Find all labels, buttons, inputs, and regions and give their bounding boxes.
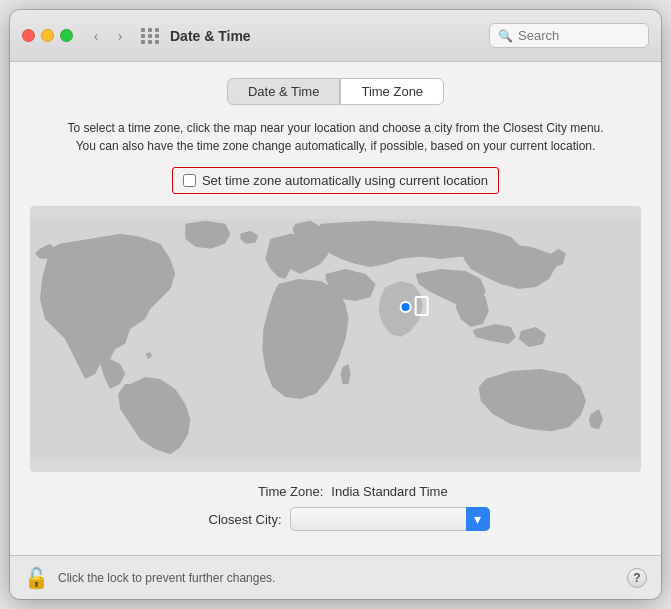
tab-date-time[interactable]: Date & Time <box>227 78 341 105</box>
auto-timezone-checkbox[interactable] <box>183 174 196 187</box>
closest-city-label: Closest City: <box>182 512 282 527</box>
auto-timezone-label: Set time zone automatically using curren… <box>202 173 488 188</box>
timezone-row: Time Zone: India Standard Time <box>223 484 447 499</box>
traffic-lights <box>22 29 73 42</box>
timezone-value: India Standard Time <box>331 484 447 499</box>
description-line2: You can also have the time zone change a… <box>76 139 596 153</box>
nav-buttons: ‹ › <box>85 25 131 47</box>
world-map[interactable] <box>30 206 641 472</box>
description-line1: To select a time zone, click the map nea… <box>67 121 603 135</box>
lock-icon[interactable]: 🔓 <box>24 566 48 590</box>
footer: 🔓 Click the lock to prevent further chan… <box>10 555 661 599</box>
content-area: Date & Time Time Zone To select a time z… <box>10 62 661 555</box>
minimize-button[interactable] <box>41 29 54 42</box>
forward-button[interactable]: › <box>109 25 131 47</box>
main-window: ‹ › Date & Time 🔍 Date & Time Time Zone <box>10 10 661 599</box>
svg-point-1 <box>401 302 411 312</box>
closest-city-row: Closest City: <box>182 507 490 531</box>
closest-city-select[interactable] <box>290 507 490 531</box>
close-button[interactable] <box>22 29 35 42</box>
auto-timezone-row: Set time zone automatically using curren… <box>30 167 641 194</box>
description-text: To select a time zone, click the map nea… <box>30 119 641 155</box>
timezone-label: Time Zone: <box>223 484 323 499</box>
search-input[interactable] <box>518 28 638 43</box>
closest-city-dropdown-wrapper <box>290 507 490 531</box>
tab-bar: Date & Time Time Zone <box>30 78 641 105</box>
search-icon: 🔍 <box>498 29 513 43</box>
titlebar: ‹ › Date & Time 🔍 <box>10 10 661 62</box>
bottom-info: Time Zone: India Standard Time Closest C… <box>30 484 641 531</box>
maximize-button[interactable] <box>60 29 73 42</box>
apps-grid-icon[interactable] <box>141 28 160 44</box>
back-button[interactable]: ‹ <box>85 25 107 47</box>
footer-lock-text: Click the lock to prevent further change… <box>58 571 617 585</box>
window-title: Date & Time <box>170 28 489 44</box>
world-map-svg <box>30 206 641 472</box>
checkbox-container: Set time zone automatically using curren… <box>172 167 499 194</box>
help-button[interactable]: ? <box>627 568 647 588</box>
search-bar[interactable]: 🔍 <box>489 23 649 48</box>
tab-time-zone[interactable]: Time Zone <box>340 78 444 105</box>
